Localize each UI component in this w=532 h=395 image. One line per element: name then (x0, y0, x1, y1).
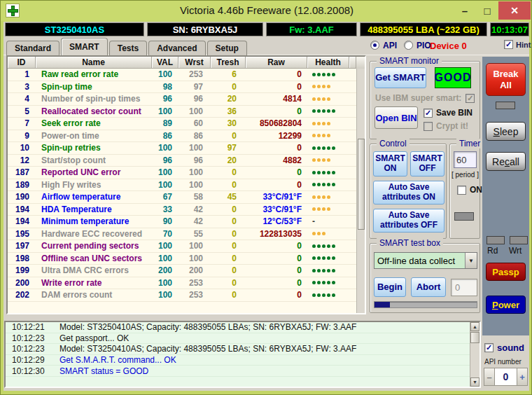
bottom-right-panel: ✓ sound API number – 0 + (482, 335, 529, 391)
table-row[interactable]: 12Start/stop count9696204882 (8, 155, 365, 167)
tab-smart[interactable]: SMART (61, 38, 108, 55)
abort-button[interactable]: Abort (411, 277, 446, 297)
api-radio[interactable] (370, 41, 379, 50)
health-dots (307, 232, 349, 235)
control-title: Control (377, 139, 410, 148)
log-entry: 10:12:21Model: ST3250410AS; Capacity: 48… (6, 322, 479, 333)
health-dots (307, 293, 349, 297)
auto-save-off-button[interactable]: Auto Save attributes OFF (373, 209, 444, 233)
break-all-button[interactable]: Break All (486, 63, 526, 96)
get-smart-button[interactable]: Get SMART (374, 67, 426, 88)
ibm-super-smart-checkbox: ✓ (465, 94, 475, 103)
table-row[interactable]: 187Reported UNC error10010000 (8, 167, 365, 179)
scroll-down-icon[interactable]: ▼ (470, 377, 479, 387)
column-header-tresh: Tresh (211, 57, 246, 69)
log-time: 10:12:23 (6, 333, 48, 343)
health-dots (307, 281, 349, 284)
health-dots: - (307, 216, 349, 226)
table-row[interactable]: 200Write error rate10025300 (8, 277, 365, 290)
maximize-icon[interactable]: □ (476, 2, 498, 20)
health-dots (307, 134, 349, 137)
table-row[interactable]: 5Reallocated sector count100100360 (8, 106, 365, 118)
smart-status-badge: GOOD (435, 67, 471, 88)
table-row[interactable]: 3Spin-up time989700 (8, 81, 365, 94)
smart-monitor-title: SMART monitor (377, 56, 442, 66)
scroll-up-icon[interactable]: ▲ (470, 322, 479, 331)
stepper-minus-button[interactable]: – (484, 368, 495, 385)
table-row[interactable]: 194Minimum temperature9042012°C/53°F- (8, 216, 365, 228)
smart-on-button[interactable]: SMART ON (373, 151, 407, 176)
table-row[interactable]: 190Airflow temperature67584533°C/91°F (8, 191, 365, 204)
table-scrollbar-thumb[interactable] (358, 139, 365, 230)
pio-radio[interactable] (404, 41, 413, 50)
title-bar: Victoria 4.46b Freeware (12.08.2008) – □… (1, 1, 532, 21)
health-dots (307, 269, 349, 272)
write-led (510, 236, 528, 244)
table-row[interactable]: 7Seek error rate896030850682804 (8, 118, 365, 130)
drive-info-bar: ST3250410AS SN: 6RYBXA5J Fw: 3.AAF 48839… (4, 22, 529, 37)
api-number-label: API number (484, 358, 522, 366)
timer-on-checkbox[interactable] (457, 186, 466, 195)
table-row[interactable]: 4Number of spin-up times9696204814 (8, 93, 365, 106)
device-indicator: Device 0 (430, 41, 467, 51)
table-row[interactable]: 202DAM errors count10025300 (8, 289, 365, 302)
clock: 10:13:07 (490, 22, 529, 36)
timer-title: Timer (456, 139, 483, 148)
timer-period-label: [ period ] (451, 171, 479, 179)
begin-button[interactable]: Begin (374, 277, 406, 297)
save-bin-checkbox[interactable]: ✓ (424, 109, 433, 118)
drive-model: ST3250410AS (5, 22, 144, 36)
table-row[interactable]: 189High Fly writes10010000 (8, 179, 365, 192)
table-row[interactable]: 199Ultra DMA CRC errors20020000 (8, 265, 365, 277)
test-counter-input[interactable] (451, 279, 477, 296)
health-dots (307, 183, 349, 186)
log-scrollbar-thumb[interactable] (470, 332, 479, 343)
smart-off-button[interactable]: SMART OFF (410, 151, 444, 176)
hints-label: Hints (516, 41, 532, 49)
timer-led (454, 212, 474, 221)
health-dots (307, 207, 349, 211)
health-dots (307, 85, 349, 88)
column-header-wrst: Wrst (178, 57, 211, 69)
timer-period-input[interactable] (454, 151, 477, 168)
timer-group: Timer [ period ] ON (449, 144, 480, 239)
table-row[interactable]: 194HDA Temperature3342033°C/91°F (8, 204, 365, 216)
sleep-button[interactable]: Sleep (486, 122, 526, 141)
log-message: SMART status = GOOD (48, 366, 148, 376)
log-time: 10:12:23 (6, 344, 48, 354)
table-header: IDNameVALWrstTreshRawHealth (8, 57, 365, 69)
health-dots (307, 73, 349, 76)
table-row[interactable]: 195Hardware ECC recovered70550122813035 (8, 228, 365, 241)
column-header-raw: Raw (246, 57, 307, 69)
table-scrollbar[interactable] (356, 69, 365, 313)
write-led-label: Wrt (509, 246, 522, 256)
auto-save-on-button[interactable]: Auto Save attributes ON (373, 181, 444, 205)
close-icon[interactable]: ✕ (498, 1, 531, 20)
smart-monitor-group: SMART monitor Get SMART GOOD Use IBM sup… (370, 61, 480, 139)
test-select[interactable]: Off-line data collect ▼ (374, 252, 477, 269)
sound-checkbox[interactable]: ✓ (484, 343, 493, 352)
log-time: 10:12:29 (6, 355, 48, 365)
timer-on-label: ON (470, 185, 482, 195)
table-row[interactable]: 1Raw read error rate10025360 (8, 69, 365, 81)
log-scrollbar[interactable]: ▲ ▼ (470, 322, 479, 387)
column-header-health: Health (307, 57, 349, 69)
log-entry: 10:12:23Get passport... OK (6, 333, 479, 345)
minimize-icon[interactable]: – (454, 2, 476, 20)
table-row[interactable]: 10Spin-up retries100100970 (8, 142, 365, 155)
power-button[interactable]: Power (486, 296, 526, 314)
health-dots (307, 122, 349, 125)
open-bin-button[interactable]: Open BIN (374, 106, 418, 129)
hints-checkbox[interactable]: ✓ (504, 40, 513, 49)
table-row[interactable]: 198Offline scan UNC sectors10010000 (8, 253, 365, 265)
control-group: Control SMART ON SMART OFF Auto Save att… (370, 144, 447, 239)
log-panel: 10:12:21Model: ST3250410AS; Capacity: 48… (4, 321, 481, 388)
table-row[interactable]: 197Current pending sectors10010000 (8, 240, 365, 253)
chevron-down-icon[interactable]: ▼ (465, 253, 477, 268)
health-dots (307, 244, 349, 248)
passport-button[interactable]: Passp (486, 263, 526, 281)
recall-button[interactable]: Recall (486, 152, 526, 171)
table-row[interactable]: 9Power-on time8686012299 (8, 130, 365, 143)
stepper-plus-button[interactable]: + (517, 368, 527, 385)
column-header-spare (349, 57, 356, 69)
